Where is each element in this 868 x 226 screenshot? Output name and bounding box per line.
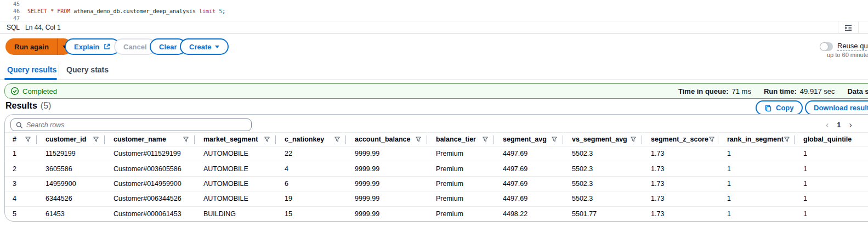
tab-divider: [59, 65, 59, 76]
active-tab-underline: [4, 78, 57, 80]
cell: 1.73: [642, 180, 718, 188]
sql-keyword: limit: [199, 8, 215, 14]
tab-query-results[interactable]: Query results: [7, 60, 56, 80]
cell: AUTOMOBILE: [195, 150, 276, 157]
copy-icon: [764, 104, 772, 112]
table-row: 46344526Customer#006344526AUTOMOBILE1999…: [5, 191, 868, 206]
explain-button-label: Explain: [74, 43, 99, 51]
tab-query-stats[interactable]: Query stats: [66, 60, 109, 80]
cell: Premium: [427, 150, 494, 157]
next-page-icon[interactable]: ›: [849, 118, 852, 131]
column-header: market_segment: [195, 133, 276, 146]
query-status-banner: Completed Time in queue:71 ms Run time:4…: [4, 83, 868, 99]
filter-icon[interactable]: [415, 136, 422, 143]
reuse-query-label[interactable]: Reuse query: [837, 42, 868, 51]
column-header: rank_in_segment: [718, 133, 795, 146]
search-rows-input[interactable]: [26, 121, 247, 129]
cell: AUTOMOBILE: [195, 165, 276, 173]
run-again-split-button[interactable]: Run again: [5, 38, 72, 55]
cell: 6: [276, 180, 346, 188]
cell: 19: [276, 195, 346, 202]
filter-icon[interactable]: [551, 136, 558, 143]
cell: 14959900: [37, 180, 105, 188]
sql-keyword: SELECT * FROM: [27, 8, 70, 14]
column-header: customer_id: [37, 133, 105, 146]
column-label: customer_name: [114, 135, 166, 143]
cell: 5502.3: [563, 180, 642, 188]
cell: 6344526: [37, 195, 105, 202]
search-rows-box: [10, 118, 252, 131]
cell: 1: [5, 150, 37, 157]
table-row: 314959900Customer#014959900AUTOMOBILE699…: [5, 177, 868, 191]
chevron-down-icon: [215, 46, 219, 48]
cell: 4497.69: [494, 165, 563, 173]
column-label: balance_tier: [436, 135, 476, 143]
cancel-button-label: Cancel: [123, 43, 147, 51]
cell: 1.73: [642, 150, 718, 157]
run-again-button[interactable]: Run again: [5, 38, 58, 55]
cell: 1: [795, 180, 868, 188]
cell: 1: [795, 195, 868, 202]
download-button-label: Download results CSV: [814, 104, 868, 112]
copy-button[interactable]: Copy: [756, 100, 803, 115]
cell: 1: [718, 165, 795, 173]
cell: 4497.69: [494, 150, 563, 157]
cell: 4497.69: [494, 195, 563, 202]
table-body: 111529199Customer#011529199AUTOMOBILE229…: [5, 146, 868, 222]
filter-icon[interactable]: [25, 136, 31, 143]
cell: Customer#003605586: [105, 165, 195, 173]
column-header: customer_name: [105, 133, 195, 146]
cell: 3: [5, 180, 37, 188]
cell: Customer#014959900: [105, 180, 195, 188]
cell: 61453: [37, 210, 105, 218]
cell: 1.73: [642, 165, 718, 173]
filter-icon[interactable]: [708, 136, 715, 143]
cell: 4497.69: [494, 180, 563, 188]
reuse-query-control: Reuse query: [820, 42, 868, 51]
clear-button-label: Clear: [159, 43, 177, 51]
column-header: account_balance: [346, 133, 427, 146]
line-number: 45: [0, 1, 20, 8]
column-header: vs_segment_avg: [563, 133, 642, 146]
filter-icon[interactable]: [630, 136, 637, 143]
code-line[interactable]: SELECT * FROMathena_demo_db.customer_dee…: [27, 8, 225, 15]
page-number[interactable]: 1: [837, 118, 841, 131]
cell: Premium: [427, 195, 494, 202]
column-label: customer_id: [46, 135, 86, 143]
results-title: Results: [5, 101, 37, 111]
copy-button-label: Copy: [776, 104, 794, 112]
cell: 9999.99: [346, 210, 427, 218]
previous-page-icon[interactable]: ‹: [826, 118, 829, 131]
filter-icon[interactable]: [93, 136, 99, 143]
cell: AUTOMOBILE: [195, 195, 276, 202]
results-card: ‹ 1 › # customer_id customer_name market…: [4, 114, 868, 222]
filter-icon[interactable]: [264, 136, 270, 143]
filter-icon[interactable]: [183, 136, 189, 143]
cell: Customer#000061453: [105, 210, 195, 218]
cell: 3605586: [37, 165, 105, 173]
editor-preferences-button[interactable]: [838, 21, 859, 34]
results-count: (5): [41, 101, 52, 111]
filter-icon[interactable]: [482, 136, 489, 143]
explain-button[interactable]: Explain: [65, 38, 120, 55]
cell: 9999.99: [346, 195, 427, 202]
cell: 5501.77: [563, 210, 642, 218]
cell: 4498.22: [494, 210, 563, 218]
sql-editor[interactable]: 45 46 SELECT * FROMathena_demo_db.custom…: [0, 0, 868, 21]
cell: Customer#011529199: [105, 150, 195, 157]
cell: Premium: [427, 165, 494, 173]
cell: 1: [718, 150, 795, 157]
cell: Customer#006344526: [105, 195, 195, 202]
reuse-query-toggle[interactable]: [820, 42, 833, 51]
filter-icon[interactable]: [784, 136, 790, 143]
create-button[interactable]: Create: [180, 38, 229, 55]
download-results-csv-button[interactable]: Download results CSV: [805, 100, 868, 115]
column-label: #: [13, 135, 16, 143]
query-status-text: Completed: [22, 87, 57, 95]
cursor-position-label: Ln 44, Col 1: [25, 21, 61, 33]
time-in-queue-label: Time in queue:: [678, 87, 729, 95]
column-header: segment_avg: [494, 133, 563, 146]
table-row: 23605586Customer#003605586AUTOMOBILE4999…: [5, 161, 868, 176]
time-in-queue-value: 71 ms: [732, 87, 751, 95]
filter-icon[interactable]: [334, 136, 341, 143]
